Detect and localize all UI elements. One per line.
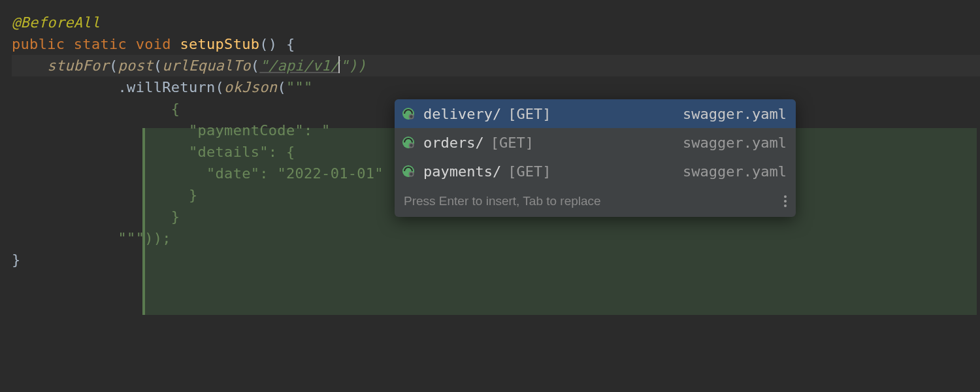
svg-point-8 <box>410 172 412 175</box>
completion-item[interactable]: orders/[GET]swagger.yaml <box>395 128 796 157</box>
svg-point-2 <box>410 115 412 118</box>
call-willReturn: .willReturn <box>118 79 216 95</box>
method-close-brace: } <box>12 252 21 268</box>
completion-item-method: [GET] <box>508 163 551 180</box>
call-stubFor: stubFor <box>47 57 109 74</box>
completion-item-name: orders/ <box>423 135 484 151</box>
json-brace-close-inner: } <box>189 187 198 203</box>
triple-quote-close: """)); <box>118 230 171 246</box>
completion-popup[interactable]: delivery/[GET]swagger.yamlorders/[GET]sw… <box>395 99 796 217</box>
completion-item-source: swagger.yaml <box>683 106 787 122</box>
completion-item-source: swagger.yaml <box>683 163 787 180</box>
json-key-details: "details" <box>189 144 269 160</box>
json-brace-open: { <box>171 101 180 117</box>
completion-item-method: [GET] <box>491 135 534 151</box>
method-declaration: setupStub <box>180 36 259 52</box>
completion-item[interactable]: delivery/[GET]swagger.yaml <box>395 99 796 128</box>
call-okJson: okJson <box>224 79 277 95</box>
json-key-paymentCode: "paymentCode" <box>189 122 304 139</box>
url-close: ")) <box>340 57 367 74</box>
kw-static: static <box>74 36 127 52</box>
call-urlEqualTo: urlEqualTo <box>162 57 250 74</box>
completion-item-name: delivery/ <box>423 106 501 122</box>
annotation: @BeforeAll <box>12 14 100 31</box>
json-brace-close-outer: } <box>171 208 180 225</box>
json-key-date: "date" <box>206 165 259 182</box>
completion-item-name: payments/ <box>423 163 501 180</box>
kw-void: void <box>136 36 171 52</box>
triple-quote-open: """ <box>286 79 313 95</box>
completion-item[interactable]: payments/[GET]swagger.yaml <box>395 157 796 186</box>
completion-item-method: [GET] <box>508 106 551 122</box>
svg-point-5 <box>410 144 412 146</box>
json-val-paymentCode: " <box>321 122 331 139</box>
url-string-literal: "/api/v1/ <box>259 57 339 74</box>
completion-footer: Press Enter to insert, Tab to replace <box>395 186 796 217</box>
endpoint-icon <box>401 164 416 178</box>
completion-item-source: swagger.yaml <box>683 135 787 151</box>
active-line[interactable]: stubFor(post(urlEqualTo("/api/v1/")) <box>12 55 980 76</box>
kebab-menu-icon[interactable] <box>784 195 787 207</box>
kw-public: public <box>12 36 65 52</box>
endpoint-icon <box>401 106 416 121</box>
completion-hint: Press Enter to insert, Tab to replace <box>404 194 601 208</box>
call-post: post <box>118 57 154 74</box>
endpoint-icon <box>401 135 416 150</box>
json-val-date: "2022-01-01" <box>277 165 384 182</box>
